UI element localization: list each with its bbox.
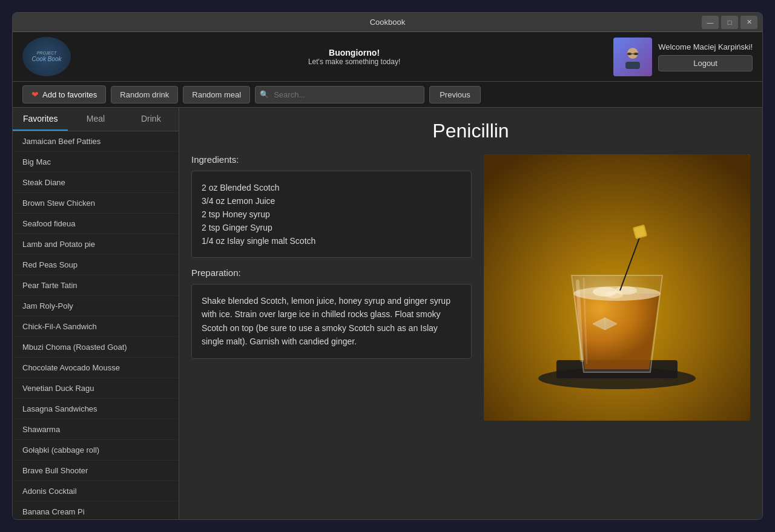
- logo-project: PROJECT: [32, 51, 62, 56]
- list-item[interactable]: Chocolate Avocado Mousse: [13, 358, 179, 378]
- list-item[interactable]: Chick-Fil-A Sandwich: [13, 317, 179, 337]
- previous-button[interactable]: Previous: [429, 86, 481, 103]
- recipe-area: Penicillin Ingredients: 2 oz Blended Sco…: [179, 108, 762, 519]
- random-meal-button[interactable]: Random meal: [183, 86, 250, 103]
- logo-name: Cook Book: [32, 56, 62, 62]
- ingredient-item: 2 tsp Honey syrup: [202, 208, 461, 221]
- recipe-image: [484, 154, 750, 421]
- list-item[interactable]: Big Mac: [13, 152, 179, 172]
- list-item[interactable]: Jam Roly-Poly: [13, 296, 179, 317]
- preparation-label: Preparation:: [191, 268, 472, 278]
- search-container: 🔍: [255, 86, 424, 103]
- list-item[interactable]: Brave Bull Shooter: [13, 461, 179, 481]
- favorites-label: Add to favorites: [42, 90, 97, 99]
- ingredients-box: 2 oz Blended Scotch3/4 oz Lemon Juice2 t…: [191, 171, 472, 258]
- user-section: Welcome Maciej Karpiński! Logout: [613, 38, 753, 76]
- list-item[interactable]: Pear Tarte Tatin: [13, 275, 179, 296]
- window-title: Cookbook: [370, 18, 406, 27]
- list-item[interactable]: Steak Diane: [13, 172, 179, 193]
- search-input[interactable]: [255, 86, 424, 103]
- logo: PROJECT Cook Book: [22, 37, 71, 76]
- user-info: Welcome Maciej Karpiński! Logout: [658, 42, 753, 71]
- list-item[interactable]: Mbuzi Choma (Roasted Goat): [13, 337, 179, 358]
- logout-button[interactable]: Logout: [658, 55, 753, 71]
- ingredient-item: 1/4 oz Islay single malt Scotch: [202, 234, 461, 248]
- greeting-main: Buongiorno!: [102, 48, 606, 57]
- welcome-text: Welcome Maciej Karpiński!: [658, 42, 753, 51]
- add-to-favorites-button[interactable]: ❤ Add to favorites: [22, 85, 106, 103]
- list-item[interactable]: Gołąbki (cabbage roll): [13, 440, 179, 461]
- list-item[interactable]: Red Peas Soup: [13, 255, 179, 275]
- greeting-area: Buongiorno! Let's make something today!: [102, 48, 606, 66]
- tab-favorites[interactable]: Favorites: [13, 108, 68, 131]
- preparation-box: Shake blended Scotch, lemon juice, honey…: [191, 284, 472, 359]
- search-icon: 🔍: [260, 90, 269, 99]
- preparation-text: Shake blended Scotch, lemon juice, honey…: [202, 294, 461, 349]
- toolbar: ❤ Add to favorites Random drink Random m…: [13, 82, 762, 108]
- sidebar: Favorites Meal Drink Jamaican Beef Patti…: [13, 108, 179, 519]
- list-item[interactable]: Banana Cream Pi: [13, 502, 179, 519]
- ingredients-label: Ingredients:: [191, 154, 472, 165]
- random-drink-button[interactable]: Random drink: [111, 86, 178, 103]
- titlebar: Cookbook — □ ✕: [13, 13, 762, 32]
- svg-point-11: [605, 291, 623, 298]
- window-controls: — □ ✕: [702, 16, 757, 29]
- list-item[interactable]: Shawarma: [13, 419, 179, 440]
- greeting-sub: Let's make something today!: [102, 57, 606, 66]
- list-item[interactable]: Brown Stew Chicken: [13, 193, 179, 214]
- main-content: Favorites Meal Drink Jamaican Beef Patti…: [13, 108, 762, 519]
- sidebar-list: Jamaican Beef PattiesBig MacSteak DianeB…: [13, 131, 179, 519]
- sidebar-tabs: Favorites Meal Drink: [13, 108, 179, 131]
- ingredient-item: 2 oz Blended Scotch: [202, 181, 461, 194]
- ingredient-item: 2 tsp Ginger Syrup: [202, 221, 461, 234]
- cocktail-illustration: [484, 154, 750, 421]
- svg-rect-1: [625, 62, 640, 69]
- list-item[interactable]: Seafood fideua: [13, 214, 179, 234]
- svg-rect-3: [634, 53, 638, 55]
- avatar: [613, 38, 652, 76]
- tab-meal[interactable]: Meal: [68, 108, 123, 131]
- recipe-body: Ingredients: 2 oz Blended Scotch3/4 oz L…: [191, 154, 750, 421]
- recipe-title: Penicillin: [191, 120, 750, 142]
- list-item[interactable]: Lasagna Sandwiches: [13, 399, 179, 419]
- minimize-button[interactable]: —: [702, 16, 719, 29]
- list-item[interactable]: Jamaican Beef Patties: [13, 131, 179, 152]
- close-button[interactable]: ✕: [740, 16, 757, 29]
- list-item[interactable]: Venetian Duck Ragu: [13, 378, 179, 399]
- tab-drink[interactable]: Drink: [124, 108, 179, 131]
- logo-area: PROJECT Cook Book: [22, 37, 95, 76]
- app-window: Cookbook — □ ✕ PROJECT Cook Book Buongio…: [12, 12, 763, 520]
- svg-rect-2: [627, 53, 632, 55]
- list-item[interactable]: Lamb and Potato pie: [13, 234, 179, 255]
- heart-icon: ❤: [31, 90, 39, 99]
- avatar-image: [621, 45, 645, 69]
- list-item[interactable]: Adonis Cocktail: [13, 481, 179, 502]
- recipe-left: Ingredients: 2 oz Blended Scotch3/4 oz L…: [191, 154, 472, 359]
- maximize-button[interactable]: □: [721, 16, 738, 29]
- header: PROJECT Cook Book Buongiorno! Let's make…: [13, 32, 762, 82]
- ingredient-item: 3/4 oz Lemon Juice: [202, 194, 461, 208]
